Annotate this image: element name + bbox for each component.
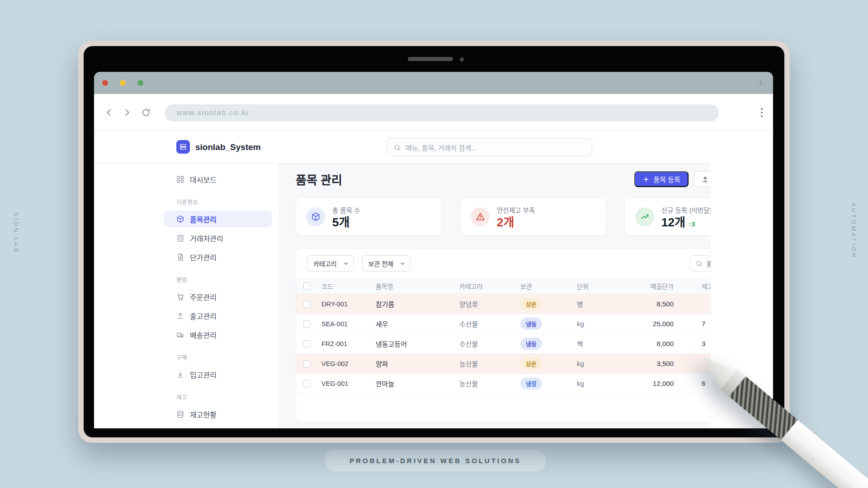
row-checkbox[interactable] [303,300,311,308]
sidebar-item-expiry[interactable]: 유통기한 [164,425,272,428]
sidebar-item-label: 재고현황 [190,409,217,420]
cell-unit: 병 [571,299,627,309]
dashboard-icon [176,175,184,183]
sidebar-item-stock-status[interactable]: 재고현황 [164,406,272,422]
table-row[interactable]: SEA-001 새우 수산물 냉동 kg 25,000 7 [296,314,711,334]
sidebar-item-pricing[interactable]: 단가관리 [164,249,272,265]
trend-up-icon [635,207,654,226]
camera-dot [460,57,464,61]
cell-category: 수산물 [454,319,515,328]
item-search-placeholder: 품목 [707,259,711,268]
stylus-body [781,420,868,488]
item-search-input[interactable]: 품목 [690,255,711,272]
col-header-price: 매출단가 [627,282,677,291]
cell-name: 깐마늘 [370,379,454,388]
stat-value: 5개 [332,216,360,228]
global-search-placeholder: 메뉴, 품목, 거래처 검색... [406,143,477,152]
page-title: 품목 관리 [296,171,342,188]
sidebar-item-label: 유통기한 [190,428,217,429]
sidebar-section-purchase: 구매 [164,353,272,361]
sidebar-item-label: 배송관리 [190,329,217,340]
excel-upload-button[interactable]: 엑셀 업로드 [694,171,711,187]
sidebar-item-orders[interactable]: 주문관리 [164,288,272,305]
forward-icon[interactable] [122,108,132,117]
sidebar-item-label: 품목관리 [190,214,217,225]
row-checkbox[interactable] [303,340,311,347]
sidebar-item-outbound[interactable]: 출고관리 [164,307,272,324]
add-item-button[interactable]: 품목 등록 [634,171,688,187]
table-row[interactable]: FRZ-001 냉동고등어 수산물 냉동 팩 8,000 3 [296,334,711,354]
search-icon [695,260,703,267]
sidebar-section-sales: 영업 [164,275,272,284]
cart-icon [176,293,184,301]
cell-unit: 팩 [571,339,627,348]
storage-filter-select[interactable]: 보관 전체 [362,255,410,272]
row-checkbox[interactable] [303,360,311,367]
table-row[interactable]: VEG-001 깐마늘 농산물 냉장 kg 12,000 6 [296,374,711,394]
cell-name: 냉동고등어 [370,339,454,348]
sidebar-item-label: 출고관리 [190,310,217,321]
minimize-window-button[interactable] [120,80,126,86]
sidebar-section-inventory: 재고 [164,393,272,401]
storage-badge: 상온 [520,298,542,310]
new-tab-icon[interactable] [756,78,765,87]
box-icon [306,207,325,226]
cell-name: 참기름 [370,299,454,309]
stat-card-new-this-month: 신규 등록 (이번달) 12개↑3 [625,197,711,236]
row-checkbox[interactable] [303,380,311,387]
watermark-right: AUTOMATION [850,202,857,259]
select-all-checkbox[interactable] [303,282,311,290]
url-bar[interactable]: www.sionlab.co.kr [165,104,719,122]
cell-price: 25,000 [627,320,677,328]
close-window-button[interactable] [102,80,108,86]
cell-code: VEG-001 [316,380,370,387]
category-filter-value: 카테고리 [313,259,337,268]
database-icon [176,410,184,418]
sidebar-item-inbound[interactable]: 입고관리 [164,366,272,383]
brand-name: sionlab_System [195,142,261,152]
reload-icon[interactable] [141,108,151,117]
cell-stock: 6 [677,380,711,387]
table-row[interactable]: DRY-001 참기름 양념류 상온 병 8,500 [296,294,711,314]
cell-unit: kg [571,380,627,387]
col-header-unit: 단위 [571,282,627,291]
cell-code: DRY-001 [316,300,370,308]
download-icon [176,371,184,379]
speaker-bar [408,57,453,61]
cell-unit: kg [571,320,627,328]
sidebar-item-label: 입고관리 [190,369,217,380]
sidebar-item-dashboard[interactable]: 대시보드 [164,171,272,188]
stat-value: 12개 [661,216,685,229]
building-icon [176,234,184,242]
cell-price: 8,000 [627,340,677,347]
global-search-input[interactable]: 메뉴, 품목, 거래처 검색... [387,138,592,156]
cell-name: 양파 [370,359,454,368]
tablet-screen: www.sionlab.co.kr sionlab_System [84,46,784,437]
back-icon[interactable] [104,108,114,117]
category-filter-select[interactable]: 카테고리 [307,255,354,272]
cell-price: 12,000 [627,380,677,387]
maximize-window-button[interactable] [137,80,143,86]
sidebar-item-delivery[interactable]: 배송관리 [164,326,272,343]
url-text: www.sionlab.co.kr [176,108,250,117]
watermark-left: SION.LAB [13,212,19,254]
warning-icon [471,207,490,226]
sidebar-item-label: 대시보드 [190,174,217,185]
sidebar-item-clients[interactable]: 거래처관리 [164,230,272,246]
row-checkbox[interactable] [303,320,311,328]
storage-filter-value: 보관 전체 [368,259,393,268]
stat-label: 총 품목 수 [332,205,360,215]
stat-label: 안전재고 부족 [497,205,535,215]
sidebar-item-items[interactable]: 품목관리 [164,211,272,227]
cell-category: 수산물 [454,339,515,348]
upload-icon [176,312,184,320]
table-row[interactable]: VEG-002 양파 농산물 상온 kg 3,500 [296,354,711,374]
search-icon [393,144,401,151]
col-header-stock: 재고 [677,282,711,291]
cell-unit: kg [571,360,627,367]
browser-menu-icon[interactable] [758,106,766,119]
storage-badge: 냉동 [520,338,542,350]
browser-window: www.sionlab.co.kr sionlab_System [94,72,773,428]
col-header-storage: 보관 [515,282,571,291]
chevron-down-icon [343,261,349,267]
